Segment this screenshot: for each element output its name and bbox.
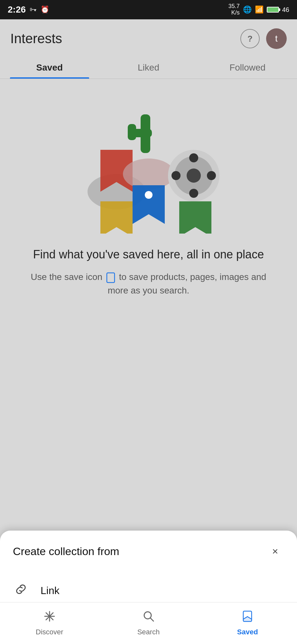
- nav-item-saved[interactable]: Saved: [198, 610, 297, 636]
- tab-liked[interactable]: Liked: [99, 55, 198, 79]
- link-label: Link: [41, 585, 60, 597]
- asterisk-icon: [43, 610, 56, 625]
- svg-marker-2: [100, 201, 133, 234]
- svg-line-28: [150, 618, 153, 621]
- status-time: 2:26: [8, 5, 26, 15]
- battery-icon: [267, 7, 279, 13]
- network-icon: 🌐: [243, 5, 252, 14]
- sub-message: Use the save icon to save products, page…: [13, 270, 284, 297]
- nav-item-discover[interactable]: Discover: [0, 610, 99, 636]
- page-title: Interests: [10, 31, 62, 46]
- svg-marker-30: [243, 617, 252, 621]
- svg-point-15: [207, 171, 216, 180]
- help-button[interactable]: ?: [240, 29, 260, 48]
- tab-followed[interactable]: Followed: [198, 55, 297, 79]
- svg-point-13: [189, 189, 198, 198]
- sheet-title: Create collection from: [13, 545, 119, 558]
- app-area: Interests ? t Saved Liked Followed: [0, 19, 297, 644]
- alarm-icon: ⏰: [41, 5, 49, 14]
- header: Interests ? t: [0, 19, 297, 55]
- close-button[interactable]: ×: [266, 542, 284, 560]
- signal-icon: 📶: [255, 5, 264, 14]
- svg-rect-5: [128, 124, 136, 140]
- svg-point-11: [187, 168, 201, 183]
- tab-saved[interactable]: Saved: [0, 55, 99, 79]
- avatar[interactable]: t: [266, 28, 287, 49]
- bottom-nav: Discover Search: [0, 602, 297, 644]
- battery-percent: 46: [282, 6, 289, 14]
- status-right: 35.7K/s 🌐 📶 46: [228, 3, 289, 16]
- search-icon: [143, 610, 155, 625]
- svg-marker-18: [107, 279, 115, 283]
- svg-rect-17: [107, 273, 115, 283]
- svg-point-14: [172, 171, 181, 180]
- svg-point-12: [189, 153, 198, 162]
- speed-indicator: 35.7K/s: [228, 3, 240, 16]
- nav-item-search[interactable]: Search: [99, 610, 198, 636]
- header-icons: ? t: [240, 28, 287, 49]
- svg-point-8: [145, 191, 153, 199]
- status-bar: 2:26 🗝 ⏰ 35.7K/s 🌐 📶 46: [0, 0, 297, 19]
- svg-point-6: [123, 159, 174, 189]
- svg-marker-16: [179, 201, 211, 234]
- saved-icon: [241, 610, 254, 625]
- nav-label-saved: Saved: [237, 628, 258, 636]
- nav-label-search: Search: [137, 628, 160, 636]
- sheet-header: Create collection from ×: [13, 542, 284, 560]
- link-icon: [13, 582, 29, 599]
- content-area: Find what you've saved here, all in one …: [0, 79, 297, 310]
- status-left: 2:26 🗝 ⏰: [8, 5, 49, 15]
- illustration: [78, 98, 219, 234]
- nav-label-discover: Discover: [36, 628, 63, 636]
- tabs-bar: Saved Liked Followed: [0, 55, 297, 79]
- bottom-sheet: Create collection from × Link: [0, 531, 297, 644]
- key-icon: 🗝: [30, 5, 37, 14]
- main-message: Find what you've saved here, all in one …: [27, 246, 270, 263]
